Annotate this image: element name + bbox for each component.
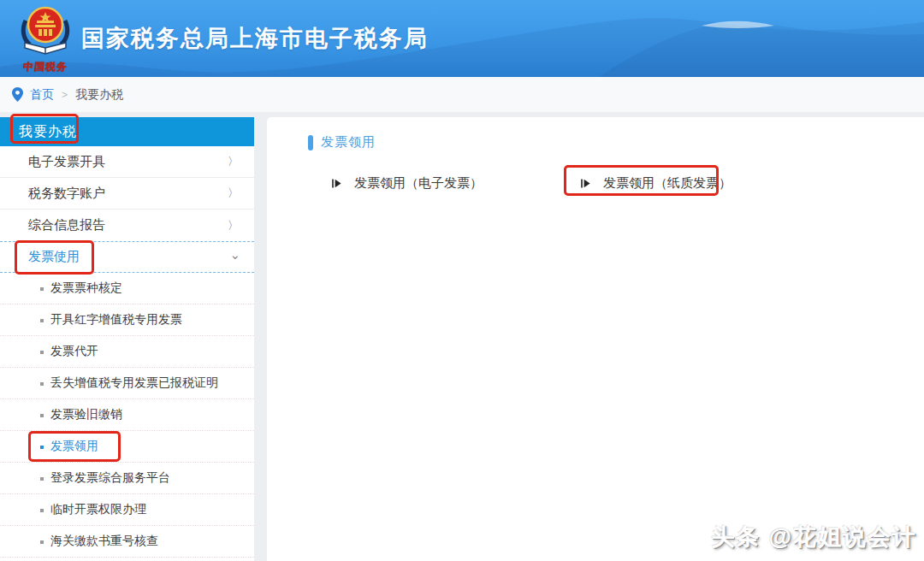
logo-caption: 中国税务 [11,60,80,74]
section-title: 发票领用 [321,134,376,151]
sidebar-subitem-label: 发票验旧缴销 [50,407,122,422]
sidebar-header-wo-yao-ban-shui[interactable]: 我要办税 [0,117,254,146]
sidebar-subitem-fapiao-yanjiu-jiaoxiao[interactable]: 发票验旧缴销 [0,399,254,431]
link-fapiao-lingyong-dianzi[interactable]: 发票领用（电子发票） [331,170,483,196]
breadcrumb-separator: > [62,89,68,101]
location-pin-icon [12,87,23,102]
sidebar-subitem-label: 丢失增值税专用发票已报税证明 [50,375,218,391]
chevron-right-icon: 〉 [228,186,239,201]
tax-bureau-logo: 中国税务 [12,3,79,74]
chevron-right-icon: 〉 [228,154,239,169]
sidebar-subitem-label: 发票领用 [50,439,98,454]
play-arrow-icon [580,178,591,189]
sidebar-item-shuiwu-shuzi-zhanghu[interactable]: 税务数字账户 〉 [0,178,254,210]
app-header: 中国税务 国家税务总局上海市电子税务局 [0,0,924,77]
link-fapiao-lingyong-zhizhi[interactable]: 发票领用（纸质发票） [580,170,732,196]
sidebar-subitem-label: 海关缴款书重号核查 [50,534,158,549]
breadcrumb-home-link[interactable]: 首页 [30,87,54,103]
sidebar-subitem-label: 登录发票综合服务平台 [50,470,170,486]
sidebar-subitem-linshi-kaipiao-quanxian-banli[interactable]: 临时开票权限办理 [0,494,254,526]
sidebar-subitem-label: 开具红字增值税专用发票 [50,312,182,328]
sidebar-subitem-label: 发票票种核定 [50,280,122,296]
breadcrumb-current: 我要办税 [75,87,123,103]
bullet-icon [40,319,44,322]
play-arrow-icon [331,178,342,189]
sidebar-subitem-fapiao-lingyong[interactable]: 发票领用 [0,431,254,463]
bullet-icon [40,414,44,417]
bullet-icon [40,509,44,512]
link-label: 发票领用（纸质发票） [603,175,732,192]
sidebar-item-label: 发票使用 [28,249,80,265]
bullet-icon [40,540,44,544]
chevron-down-icon: ⌄ [229,247,240,263]
link-label: 发票领用（电子发票） [354,175,483,192]
sidebar-item-label: 电子发票开具 [28,154,105,170]
sidebar-item-label: 税务数字账户 [28,186,105,202]
chevron-right-icon: 〉 [228,218,239,233]
sidebar-subitem-diushi-zhuanyong-fapiao-zhengming[interactable]: 丢失增值税专用发票已报税证明 [0,368,254,399]
sidebar-item-dianzi-fapiao-kaiju[interactable]: 电子发票开具 〉 [0,146,254,178]
breadcrumb: 首页 > 我要办税 [0,77,924,112]
sidebar-subitem-kaiju-hongzi-zhuanyong-fapiao[interactable]: 开具红字增值税专用发票 [0,304,254,336]
tax-emblem-icon [18,3,73,58]
sidebar-item-fapiao-shiyong[interactable]: 发票使用 ⌄ [0,241,254,273]
sidebar-item-zonghe-xinxi-baogao[interactable]: 综合信息报告 〉 [0,210,254,241]
sidebar-subitem-label: 发票代开 [50,344,98,359]
sidebar-item-label: 综合信息报告 [28,217,105,233]
sidebar-subitem-fapiao-daikai[interactable]: 发票代开 [0,336,254,368]
page-title: 国家税务总局上海市电子税务局 [81,23,429,54]
bullet-icon [40,351,44,354]
main-panel: 发票领用 发票领用（电子发票） 发票领用（纸质发票） [267,117,924,561]
sidebar-subitem-haiguan-jiaokuan-shu-chonghao-hecha[interactable]: 海关缴款书重号核查 [0,526,254,558]
bullet-icon [40,446,44,449]
sidebar: 我要办税 电子发票开具 〉 税务数字账户 〉 综合信息报告 〉 发票使用 ⌄ 发… [0,117,254,561]
sidebar-subitem-denglu-fapiao-zonghe-fuwu-pingtai[interactable]: 登录发票综合服务平台 [0,463,254,494]
watermark: 头条 @花姐说会计 [711,522,917,552]
bullet-icon [40,287,44,291]
bullet-icon [40,477,44,481]
sidebar-subitem-fapiao-piaozhong-heding[interactable]: 发票票种核定 [0,273,254,304]
page: 中国税务 国家税务总局上海市电子税务局 首页 > 我要办税 我要办税 电子发票开… [0,0,924,561]
sidebar-subitem-label: 临时开票权限办理 [50,502,146,517]
bullet-icon [40,382,44,386]
section-header: 发票领用 [308,134,376,151]
section-accent-bar [308,135,313,151]
